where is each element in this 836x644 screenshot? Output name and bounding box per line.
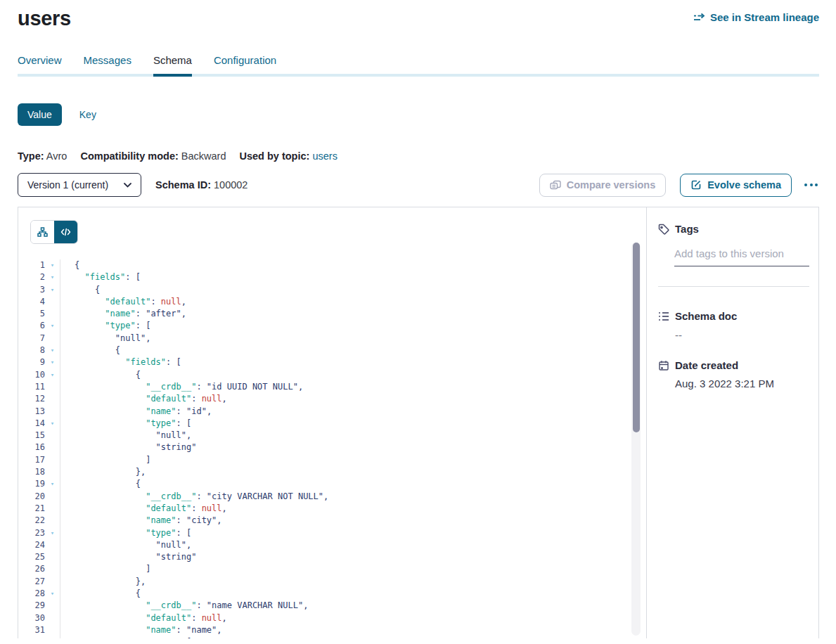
page-title: users — [18, 7, 71, 30]
meta-compat-label: Compatibility mode: — [80, 150, 178, 162]
fold-gutter — [45, 454, 60, 466]
schema-doc-title: Schema doc — [675, 310, 737, 322]
fold-toggle-icon[interactable]: ▾ — [45, 418, 60, 430]
key-toggle-button[interactable]: Key — [79, 109, 96, 120]
line-number: 32 — [18, 636, 45, 638]
fold-toggle-icon[interactable]: ▾ — [45, 320, 60, 332]
fold-toggle-icon[interactable]: ▾ — [45, 369, 60, 381]
code-text: "__crdb__": "id UUID NOT NULL", — [60, 381, 303, 393]
code-text: "string" — [60, 551, 196, 563]
tags-title: Tags — [675, 223, 699, 235]
stream-lineage-link[interactable]: See in Stream lineage — [693, 11, 819, 23]
code-text: "fields": [ — [60, 271, 141, 283]
fold-toggle-icon[interactable]: ▾ — [45, 478, 60, 490]
line-number: 11 — [18, 381, 45, 393]
schema-id: Schema ID: 100002 — [155, 179, 247, 191]
tab-underline-track — [18, 74, 819, 77]
code-text: { — [60, 344, 120, 356]
fold-toggle-icon[interactable]: ▾ — [45, 356, 60, 368]
code-text: ] — [60, 454, 150, 466]
fold-gutter — [45, 393, 60, 405]
fold-gutter — [45, 308, 60, 320]
meta-type: Type: Avro — [18, 150, 67, 162]
calendar-plus-icon — [658, 360, 669, 371]
line-number: 1 — [18, 259, 45, 271]
version-select[interactable]: Version 1 (current) — [18, 173, 141, 197]
code-view-button[interactable] — [54, 221, 77, 243]
more-dot-icon — [804, 183, 807, 186]
fold-toggle-icon[interactable]: ▾ — [45, 284, 60, 296]
evolve-schema-button[interactable]: Evolve schema — [680, 174, 792, 197]
code-text: { — [60, 284, 100, 296]
line-number: 22 — [18, 515, 45, 527]
chevron-down-icon — [124, 183, 131, 188]
code-line: 11 "__crdb__": "id UUID NOT NULL", — [18, 381, 646, 393]
stream-lineage-label: See in Stream lineage — [710, 11, 819, 23]
editor-scrollbar-thumb[interactable] — [633, 243, 640, 432]
line-number: 21 — [18, 503, 45, 515]
code-line: 12 "default": null, — [18, 393, 646, 405]
code-text: "__crdb__": "city VARCHAR NOT NULL", — [60, 491, 328, 503]
code-text: "type": [ — [60, 636, 191, 638]
fold-toggle-icon[interactable]: ▾ — [45, 588, 60, 600]
editor-scrollbar[interactable] — [631, 243, 641, 636]
schema-panel: 1▾{2▾ "fields": [3▾ {4 "default": null,5… — [18, 207, 819, 638]
tab-configuration[interactable]: Configuration — [214, 54, 276, 74]
tab-schema[interactable]: Schema — [153, 54, 192, 74]
code-text: "name": "after", — [60, 308, 186, 320]
code-text: "name": "city", — [60, 515, 222, 527]
line-number: 25 — [18, 551, 45, 563]
schema-toolbar: Version 1 (current) Schema ID: 100002 — [18, 173, 819, 197]
line-number: 27 — [18, 576, 45, 588]
line-number: 17 — [18, 454, 45, 466]
compare-versions-button[interactable]: Compare versions — [539, 174, 667, 197]
tags-input[interactable] — [674, 246, 809, 266]
code-line: 7 "null", — [18, 333, 646, 344]
code-text: { — [60, 588, 141, 600]
value-toggle-button[interactable]: Value — [18, 103, 62, 126]
tab-messages[interactable]: Messages — [84, 54, 131, 74]
fold-gutter — [45, 491, 60, 503]
fold-gutter — [45, 466, 60, 478]
fold-gutter — [45, 430, 60, 442]
fold-toggle-icon[interactable]: ▾ — [45, 527, 60, 539]
fold-toggle-icon[interactable]: ▾ — [45, 271, 60, 283]
used-by-topic-link[interactable]: users — [312, 150, 337, 162]
tags-heading: Tags — [658, 223, 809, 235]
line-number: 10 — [18, 369, 45, 381]
code-text: "null", — [60, 430, 191, 442]
code-area: 1▾{2▾ "fields": [3▾ {4 "default": null,5… — [18, 259, 646, 638]
code-text: "type": [ — [60, 320, 150, 332]
code-text: "default": null, — [60, 296, 186, 308]
code-line: 5 "name": "after", — [18, 308, 646, 320]
tab-overview[interactable]: Overview — [18, 54, 62, 74]
code-line: 22 "name": "city", — [18, 515, 646, 527]
sidebar-divider — [658, 286, 809, 287]
code-line: 18 }, — [18, 466, 646, 478]
fold-gutter — [45, 515, 60, 527]
code-line: 2▾ "fields": [ — [18, 271, 646, 283]
line-number: 6 — [18, 320, 45, 332]
meta-topic-label: Used by topic: — [239, 150, 309, 162]
fold-toggle-icon[interactable]: ▾ — [45, 636, 60, 638]
tag-icon — [658, 224, 669, 235]
line-number: 15 — [18, 430, 45, 442]
code-text: "string" — [60, 442, 196, 453]
more-dot-icon — [810, 183, 813, 186]
line-number: 24 — [18, 539, 45, 551]
tree-view-icon — [37, 227, 48, 237]
fold-toggle-icon[interactable]: ▾ — [45, 259, 60, 271]
tree-view-button[interactable] — [31, 221, 54, 243]
version-select-value: Version 1 (current) — [27, 179, 108, 191]
fold-gutter — [45, 503, 60, 515]
code-line: 1▾{ — [18, 259, 646, 271]
fold-toggle-icon[interactable]: ▾ — [45, 344, 60, 356]
more-actions-button[interactable] — [803, 179, 819, 191]
code-line: 9▾ "fields": [ — [18, 356, 646, 368]
line-number: 7 — [18, 333, 45, 344]
meta-compatibility: Compatibility mode: Backward — [80, 150, 226, 162]
compare-versions-label: Compare versions — [567, 179, 656, 191]
code-line: 3▾ { — [18, 284, 646, 296]
code-line: 26 ] — [18, 563, 646, 575]
code-line: 29 "__crdb__": "name VARCHAR NULL", — [18, 600, 646, 612]
